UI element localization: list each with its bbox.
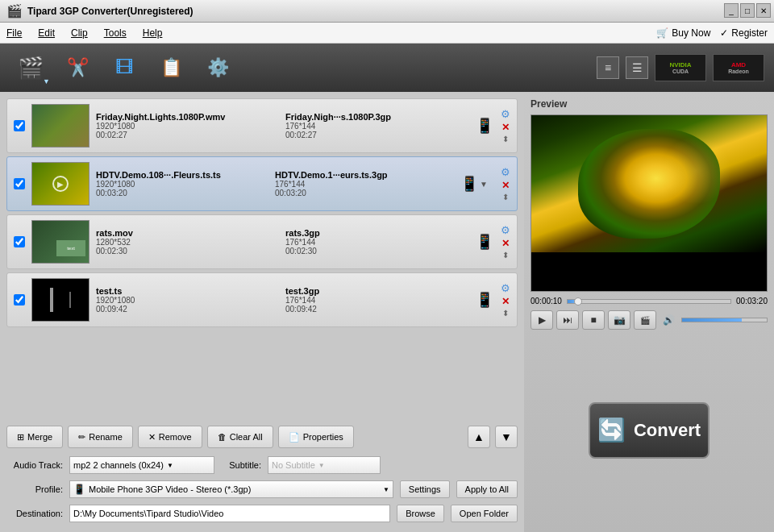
clip-button[interactable]: 🎬	[634, 310, 656, 330]
volume-slider[interactable]	[681, 318, 768, 322]
settings-video-icon: ⚙️	[207, 57, 229, 78]
file-action-buttons: ⊞ Merge ✏ Rename ✕ Remove 🗑 Clear All 📄 …	[6, 426, 518, 448]
file-output-3: rats.3gp 176*144 00:02:30	[285, 228, 468, 256]
file-thumb-3: text	[31, 220, 89, 264]
move-up-button[interactable]: ▲	[468, 426, 490, 448]
register-button[interactable]: ✓ Register	[720, 27, 768, 39]
audio-track-dropdown[interactable]: mp2 2 channels (0x24) ▼	[69, 456, 214, 474]
file-actions-1: ⚙ ✕ ⬍	[501, 108, 510, 143]
file-device-2: 📱 ▼	[454, 175, 494, 193]
audio-subtitle-row: Audio Track: mp2 2 channels (0x24) ▼ Sub…	[6, 456, 518, 474]
destination-input[interactable]	[69, 505, 390, 522]
file-checkbox-4[interactable]	[14, 294, 25, 305]
minimize-button[interactable]: _	[724, 3, 739, 18]
menu-clip[interactable]: Clip	[71, 27, 88, 39]
add-video-button[interactable]: 🎬 ▼	[10, 48, 52, 87]
file-checkbox-2[interactable]	[14, 178, 25, 189]
view-list-detail[interactable]: ☰	[626, 56, 648, 79]
timeline-thumb[interactable]	[574, 297, 582, 305]
remove-icon-1[interactable]: ✕	[501, 122, 510, 133]
merge-video-button[interactable]: 📋	[150, 48, 192, 87]
properties-button[interactable]: 📄 Properties	[278, 426, 354, 448]
move-down-button[interactable]: ▼	[495, 426, 518, 448]
phone-icon-1: 📱	[476, 117, 493, 135]
rename-icon: ✏	[78, 432, 85, 443]
merge-icon: ⊞	[17, 432, 24, 443]
browse-button[interactable]: Browse	[397, 505, 444, 522]
audio-track-dropdown-arrow: ▼	[167, 462, 173, 469]
remove-icon-3[interactable]: ✕	[501, 238, 510, 249]
settings-video-button[interactable]: ⚙️	[197, 48, 239, 87]
open-folder-button[interactable]: Open Folder	[451, 505, 518, 522]
menu-help[interactable]: Help	[143, 27, 163, 39]
file-info-3: rats.mov 1280*532 00:02:30	[96, 228, 279, 256]
menu-file[interactable]: File	[6, 27, 22, 39]
file-actions-2: ⚙ ✕ ⬍	[501, 166, 510, 202]
phone-icon-2a: 📱	[460, 175, 478, 193]
dropdown-arrow-icon-2[interactable]: ▼	[480, 180, 488, 189]
gear-icon-2[interactable]: ⚙	[501, 166, 510, 178]
snapshot-button[interactable]: 📷	[608, 310, 630, 330]
maximize-button[interactable]: □	[740, 3, 755, 18]
merge-button[interactable]: ⊞ Merge	[6, 426, 63, 448]
remove-button[interactable]: ✕ Remove	[138, 426, 202, 448]
rename-button[interactable]: ✏ Rename	[68, 426, 133, 448]
clear-all-button[interactable]: 🗑 Clear All	[207, 426, 273, 448]
settings-button[interactable]: Settings	[400, 480, 450, 498]
file-output-4: test.3gp 176*144 00:09:42	[285, 286, 468, 314]
clip-video-button[interactable]: 🎞	[103, 48, 145, 87]
app-icon: 🎬	[6, 3, 23, 19]
file-row: text rats.mov 1280*532 00:02:30 rats.3gp…	[6, 214, 518, 269]
menu-bar-right: 🛒 Buy Now ✓ Register	[656, 27, 768, 39]
check-icon: ✓	[720, 27, 728, 39]
left-panel: Friday.Night.Lights.1080P.wmv 1920*1080 …	[0, 92, 524, 532]
profile-row: Profile: 📱 Mobile Phone 3GP Video - Ster…	[6, 480, 518, 498]
remove-icon-4[interactable]: ✕	[501, 296, 510, 307]
file-thumb-4	[31, 278, 89, 322]
file-device-3: 📱	[475, 233, 494, 251]
file-row: Friday.Night.Lights.1080P.wmv 1920*1080 …	[6, 98, 518, 153]
file-info-2: HDTV.Demo.108···.Fleurs.ts.ts 1920*1080 …	[96, 170, 268, 197]
view-list-compact[interactable]: ≡	[597, 56, 619, 79]
play-button[interactable]: ▶	[531, 310, 553, 330]
total-time: 00:03:20	[736, 297, 768, 305]
move-icon-3[interactable]: ⬍	[502, 251, 509, 260]
file-checkbox-3[interactable]	[14, 236, 25, 247]
subtitle-dropdown[interactable]: No Subtitle ▼	[268, 456, 381, 474]
destination-row: Destination: Browse Open Folder	[6, 505, 518, 522]
file-info-1: Friday.Night.Lights.1080P.wmv 1920*1080 …	[96, 112, 279, 139]
audio-track-label: Audio Track:	[6, 460, 63, 470]
window-controls: _ □ ✕	[724, 3, 771, 18]
close-button[interactable]: ✕	[756, 3, 771, 18]
volume-icon: 🔊	[663, 314, 675, 326]
menu-tools[interactable]: Tools	[104, 27, 127, 39]
gear-icon-1[interactable]: ⚙	[501, 108, 510, 120]
move-icon-2[interactable]: ⬍	[502, 193, 509, 202]
clear-icon: 🗑	[218, 432, 227, 442]
gear-icon-3[interactable]: ⚙	[501, 224, 510, 236]
playback-controls: ▶ ⏭ ■ 📷 🎬 🔊	[531, 310, 768, 330]
stop-button[interactable]: ■	[582, 310, 605, 330]
move-icon-1[interactable]: ⬍	[502, 135, 509, 143]
file-checkbox-1[interactable]	[14, 120, 25, 131]
menu-edit[interactable]: Edit	[38, 27, 55, 39]
file-row: test.ts 1920*1080 00:09:42 test.3gp 176*…	[6, 272, 518, 327]
timeline-bar[interactable]	[567, 299, 731, 304]
remove-icon-2[interactable]: ✕	[501, 180, 510, 191]
toolbar: 🎬 ▼ ✂️ 🎞 📋 ⚙️ ≡ ☰ NVIDIA CUDA AMD Radeon	[0, 44, 774, 92]
convert-button[interactable]: 🔄 Convert	[589, 402, 710, 459]
move-icon-4[interactable]: ⬍	[502, 309, 509, 318]
file-actions-4: ⚙ ✕ ⬍	[501, 282, 510, 318]
convert-label: Convert	[634, 420, 701, 441]
preview-label: Preview	[531, 98, 768, 110]
file-device-4: 📱	[475, 291, 494, 309]
edit-video-button[interactable]: ✂️	[56, 48, 98, 87]
buy-now-button[interactable]: 🛒 Buy Now	[656, 27, 710, 39]
apply-to-all-button[interactable]: Apply to All	[456, 480, 518, 498]
next-frame-button[interactable]: ⏭	[556, 310, 579, 330]
properties-icon: 📄	[289, 432, 300, 443]
profile-dropdown[interactable]: 📱 Mobile Phone 3GP Video - Stereo (*.3gp…	[69, 480, 393, 498]
menu-bar: File Edit Clip Tools Help 🛒 Buy Now ✓ Re…	[0, 23, 774, 44]
file-row: ▶ HDTV.Demo.108···.Fleurs.ts.ts 1920*108…	[6, 156, 518, 211]
gear-icon-4[interactable]: ⚙	[501, 282, 510, 294]
